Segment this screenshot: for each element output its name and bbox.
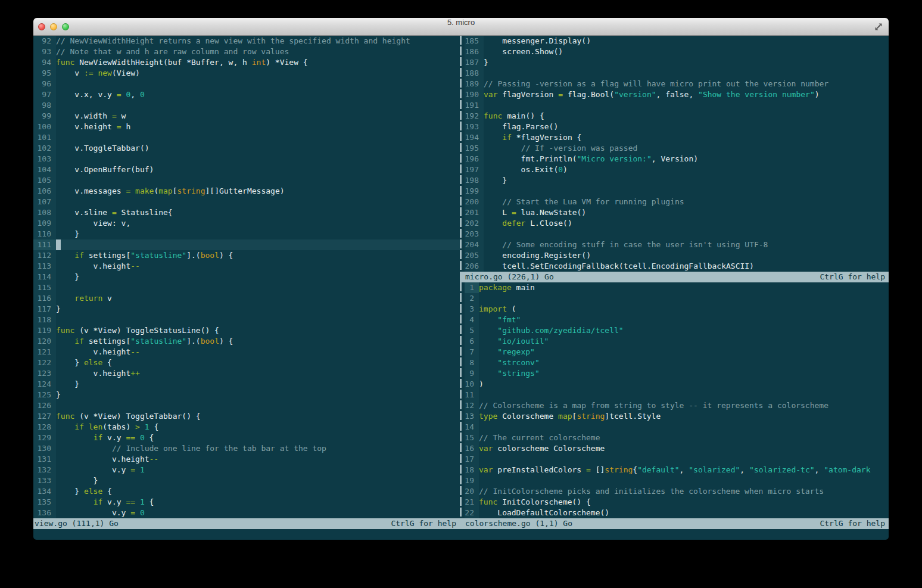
code-line[interactable]: 132 v.y = 1: [33, 465, 460, 475]
code-line[interactable]: 104 v.OpenBuffer(buf): [33, 164, 460, 175]
code-line[interactable]: 189// Passing -version as a flag will ha…: [460, 79, 889, 89]
code-line[interactable]: 113 v.height--: [33, 261, 460, 272]
code-line[interactable]: 12// Colorscheme is a map from string to…: [460, 400, 889, 411]
code-line[interactable]: 21func InitColorscheme() {: [460, 497, 889, 508]
code-line[interactable]: 190var flagVersion = flag.Bool("version"…: [460, 89, 889, 100]
code-line[interactable]: 2: [460, 293, 889, 304]
code-line[interactable]: 188: [460, 68, 889, 79]
code-text: }: [56, 272, 79, 281]
code-line[interactable]: 199: [460, 186, 889, 197]
code-line[interactable]: 16var colorscheme Colorscheme: [460, 443, 889, 454]
code-line[interactable]: 206 tcell.SetEncodingFallback(tcell.Enco…: [460, 261, 889, 272]
code-line[interactable]: 123 v.height++: [33, 368, 460, 379]
code-line[interactable]: 115: [33, 282, 460, 293]
code-line[interactable]: 96: [33, 79, 460, 89]
code-line[interactable]: 93// Note that w and h are raw column an…: [33, 46, 460, 57]
code-line[interactable]: 108 v.sline = Statusline{: [33, 207, 460, 218]
code-line[interactable]: 197 os.Exit(0): [460, 164, 889, 175]
code-line[interactable]: 18var preInstalledColors = []string{"def…: [460, 465, 889, 475]
code-line[interactable]: 19: [460, 475, 889, 486]
code-line[interactable]: 120 if settings["statusline"].(bool) {: [33, 336, 460, 347]
code-line[interactable]: 119func (v *View) ToggleStatusLine() {: [33, 325, 460, 336]
code-line[interactable]: 195 // If -version was passed: [460, 143, 889, 154]
code-line[interactable]: 17: [460, 454, 889, 465]
code-line[interactable]: 4 "fmt": [460, 315, 889, 325]
fullscreen-icon[interactable]: [873, 21, 884, 32]
code-line[interactable]: 105: [33, 175, 460, 186]
code-line[interactable]: 187}: [460, 57, 889, 68]
code-line[interactable]: 196 fmt.Println("Micro version:", Versio…: [460, 154, 889, 164]
code-line[interactable]: 134 } else {: [33, 486, 460, 497]
code-line[interactable]: 126: [33, 400, 460, 411]
code-line[interactable]: 15// The current colorscheme: [460, 433, 889, 443]
code-line[interactable]: 205 encoding.Register(): [460, 250, 889, 261]
code-line[interactable]: 186 screen.Show(): [460, 46, 889, 57]
code-line[interactable]: 128 if len(tabs) > 1 {: [33, 422, 460, 433]
code-line[interactable]: 10): [460, 379, 889, 390]
statusbar-view-go: view.go (111,1) Go CtrlG for help: [33, 518, 460, 529]
code-line[interactable]: 118: [33, 315, 460, 325]
code-line[interactable]: 14: [460, 422, 889, 433]
code-line[interactable]: 114 }: [33, 272, 460, 282]
code-line[interactable]: 136 v.y = 0: [33, 508, 460, 518]
code-line[interactable]: 110 }: [33, 229, 460, 239]
code-line[interactable]: 94func NewViewWidthHeight(buf *Buffer, w…: [33, 57, 460, 68]
editor-pane-micro-go[interactable]: 185 messenger.Display()186 screen.Show()…: [460, 36, 889, 272]
code-line[interactable]: 129 if v.y == 0 {: [33, 433, 460, 443]
code-line[interactable]: 101: [33, 132, 460, 143]
code-line[interactable]: 97 v.x, v.y = 0, 0: [33, 89, 460, 100]
code-line[interactable]: 193 flag.Parse(): [460, 122, 889, 132]
code-line[interactable]: 130 // Include one line for the tab bar …: [33, 443, 460, 454]
code-line[interactable]: 203: [460, 229, 889, 239]
code-line[interactable]: 102 v.ToggleTabbar(): [33, 143, 460, 154]
editor-pane-colorscheme-go[interactable]: 1package main23import (4 "fmt"5 "github.…: [460, 282, 889, 518]
code-line[interactable]: 116 return v: [33, 293, 460, 304]
code-line[interactable]: 95 v := new(View): [33, 68, 460, 79]
code-line[interactable]: 135 if v.y == 1 {: [33, 497, 460, 508]
code-line[interactable]: 192func main() {: [460, 111, 889, 122]
code-line[interactable]: 107: [33, 197, 460, 207]
code-line[interactable]: 131 v.height--: [33, 454, 460, 465]
code-line[interactable]: 106 v.messages = make(map[string][]Gutte…: [33, 186, 460, 197]
code-line[interactable]: 198 }: [460, 175, 889, 186]
code-line[interactable]: 125}: [33, 390, 460, 400]
code-line[interactable]: 121 v.height--: [33, 347, 460, 357]
code-line[interactable]: 99 v.width = w: [33, 111, 460, 122]
code-line[interactable]: 202 defer L.Close(): [460, 218, 889, 229]
code-line[interactable]: 22 LoadDefaultColorscheme(): [460, 508, 889, 518]
code-line[interactable]: 100 v.height = h: [33, 122, 460, 132]
line-number: 104: [33, 164, 56, 175]
code-line[interactable]: 127func (v *View) ToggleTabbar() {: [33, 411, 460, 422]
code-line[interactable]: 11: [460, 390, 889, 400]
code-line[interactable]: 133 }: [33, 475, 460, 486]
code-line[interactable]: 191: [460, 100, 889, 111]
code-line[interactable]: 7 "regexp": [460, 347, 889, 357]
code-line[interactable]: 5 "github.com/zyedidia/tcell": [460, 325, 889, 336]
code-line[interactable]: 92// NewViewWidthHeight returns a new vi…: [33, 36, 460, 46]
code-line[interactable]: 185 messenger.Display(): [460, 36, 889, 46]
code-text: import (: [479, 304, 516, 313]
line-number: 99: [33, 111, 56, 122]
code-line[interactable]: 124 }: [33, 379, 460, 390]
code-line[interactable]: 20// InitColorscheme picks and initializ…: [460, 486, 889, 497]
code-line[interactable]: 111: [33, 239, 460, 250]
code-line[interactable]: 117}: [33, 304, 460, 315]
code-line[interactable]: 9 "strings": [460, 368, 889, 379]
code-line[interactable]: 122 } else {: [33, 357, 460, 368]
code-line[interactable]: 1package main: [460, 282, 889, 293]
code-line[interactable]: 8 "strconv": [460, 357, 889, 368]
code-text: return v: [56, 294, 112, 303]
code-line[interactable]: 194 if *flagVersion {: [460, 132, 889, 143]
code-line[interactable]: 6 "io/ioutil": [460, 336, 889, 347]
code-line[interactable]: 103: [33, 154, 460, 164]
editor-pane-view-go[interactable]: 92// NewViewWidthHeight returns a new vi…: [33, 36, 460, 518]
code-line[interactable]: 3import (: [460, 304, 889, 315]
code-line[interactable]: 200 // Start the Lua VM for running plug…: [460, 197, 889, 207]
code-line[interactable]: 109 view: v,: [33, 218, 460, 229]
code-line[interactable]: 204 // Some encoding stuff in case the u…: [460, 239, 889, 250]
code-line[interactable]: 201 L = lua.NewState(): [460, 207, 889, 218]
code-line[interactable]: 98: [33, 100, 460, 111]
title-bar[interactable]: 5. micro: [33, 18, 889, 36]
code-line[interactable]: 112 if settings["statusline"].(bool) {: [33, 250, 460, 261]
code-line[interactable]: 13type Colorscheme map[string]tcell.Styl…: [460, 411, 889, 422]
